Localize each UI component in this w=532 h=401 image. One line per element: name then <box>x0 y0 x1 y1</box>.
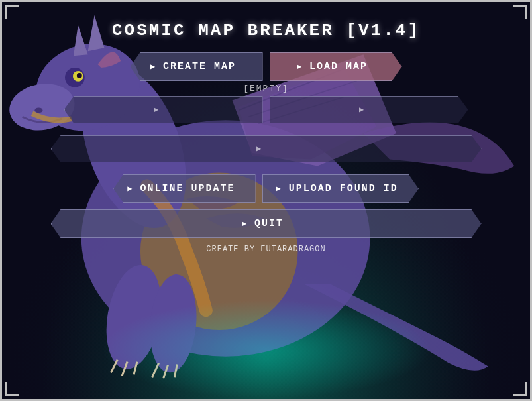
load-map-button[interactable]: ▶ LOAD MAP <box>270 52 402 81</box>
upload-found-id-icon: ▶ <box>276 184 282 194</box>
corner-decoration-bl <box>5 382 19 396</box>
load-map-icon: ▶ <box>297 62 303 72</box>
ui-layer: COSMIC MAP BREAKER [V1.4] ▶ CREATE MAP ▶… <box>2 2 530 399</box>
wide-empty-button[interactable]: ▶ <box>51 135 482 162</box>
quit-icon: ▶ <box>242 219 248 229</box>
corner-decoration-tr <box>513 5 527 19</box>
game-container: COSMIC MAP BREAKER [V1.4] ▶ CREATE MAP ▶… <box>0 0 532 401</box>
slot-2-button[interactable]: ▶ <box>270 96 468 123</box>
corner-decoration-br <box>513 382 527 396</box>
create-map-icon: ▶ <box>150 62 156 72</box>
wide-slot-icon: ▶ <box>256 144 262 154</box>
online-update-icon: ▶ <box>127 184 133 194</box>
footer-credit: CREATE BY FUTARADRAGON <box>2 245 530 254</box>
corner-decoration-tl <box>5 5 19 19</box>
online-update-button[interactable]: ▶ ONLINE UPDATE <box>113 174 255 203</box>
create-map-button[interactable]: ▶ CREATE MAP <box>131 52 263 81</box>
slot-1-button[interactable]: ▶ <box>64 96 263 123</box>
slot-1-icon: ▶ <box>154 105 160 115</box>
quit-button[interactable]: ▶ QUIT <box>51 209 482 238</box>
upload-found-id-button[interactable]: ▶ UPLOAD FOUND ID <box>262 174 419 203</box>
empty-label: [EMPTY] <box>2 84 530 93</box>
game-title: COSMIC MAP BREAKER [V1.4] <box>2 2 530 40</box>
slot-2-icon: ▶ <box>359 105 365 115</box>
